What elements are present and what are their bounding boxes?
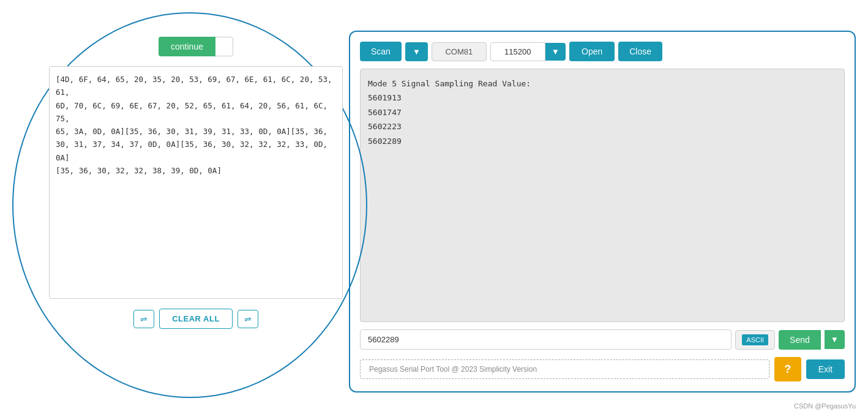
- serial-panel: Scan ▼ ▼ Open Close Mode 5 Signal Sampli…: [349, 31, 856, 393]
- status-bar: Pegasus Serial Port Tool @ 2023 Simplici…: [360, 359, 769, 379]
- clear-all-button[interactable]: CLEAR ALL: [159, 309, 233, 329]
- baud-chevron-icon: ▼: [552, 47, 559, 56]
- settings-left-button[interactable]: ⇌: [133, 310, 154, 328]
- chevron-down-icon: ▼: [413, 47, 421, 56]
- help-button[interactable]: ?: [774, 357, 801, 381]
- status-row: Pegasus Serial Port Tool @ 2023 Simplici…: [360, 357, 845, 381]
- output-area: Mode 5 Signal Sampling Read Value:560191…: [360, 69, 845, 322]
- exit-button[interactable]: Exit: [806, 359, 845, 379]
- question-icon: ?: [784, 363, 791, 376]
- toolbar-row: Scan ▼ ▼ Open Close: [360, 42, 845, 61]
- ascii-badge: ASCII: [742, 334, 768, 345]
- open-button[interactable]: Open: [569, 42, 615, 61]
- output-line: Mode 5 Signal Sampling Read Value:: [368, 77, 837, 91]
- ascii-wrapper: ASCII: [735, 330, 775, 350]
- port-input[interactable]: [432, 42, 487, 61]
- output-line: 5601913: [368, 91, 837, 105]
- bottom-toolbar: ⇌ CLEAR ALL ⇌: [49, 309, 343, 329]
- send-row: ASCII Send ▼: [360, 329, 845, 350]
- scan-button[interactable]: Scan: [360, 42, 402, 61]
- continue-dropdown[interactable]: [215, 37, 233, 56]
- send-button[interactable]: Send: [779, 330, 821, 350]
- left-panel: continue [4D, 6F, 64, 65, 20, 35, 20, 53…: [49, 37, 343, 329]
- baud-dropdown-button[interactable]: ▼: [545, 43, 566, 61]
- send-input[interactable]: [360, 329, 731, 350]
- hex-display: [4D, 6F, 64, 65, 20, 35, 20, 53, 69, 67,…: [49, 66, 343, 299]
- baud-group: ▼: [490, 42, 566, 61]
- output-line: 5602223: [368, 119, 837, 133]
- settings-right-icon: ⇌: [244, 314, 252, 324]
- output-line: 5602289: [368, 134, 837, 148]
- close-button[interactable]: Close: [618, 42, 662, 61]
- baud-input[interactable]: [490, 42, 545, 61]
- watermark: CSDN @PegasusYu: [794, 402, 856, 410]
- output-line: 5601747: [368, 105, 837, 119]
- send-dropdown-button[interactable]: ▼: [825, 330, 845, 349]
- continue-button[interactable]: continue: [159, 37, 215, 56]
- settings-left-icon: ⇌: [140, 314, 148, 324]
- settings-right-button[interactable]: ⇌: [238, 310, 258, 328]
- scan-dropdown-button[interactable]: ▼: [405, 42, 428, 61]
- send-chevron-icon: ▼: [831, 335, 839, 344]
